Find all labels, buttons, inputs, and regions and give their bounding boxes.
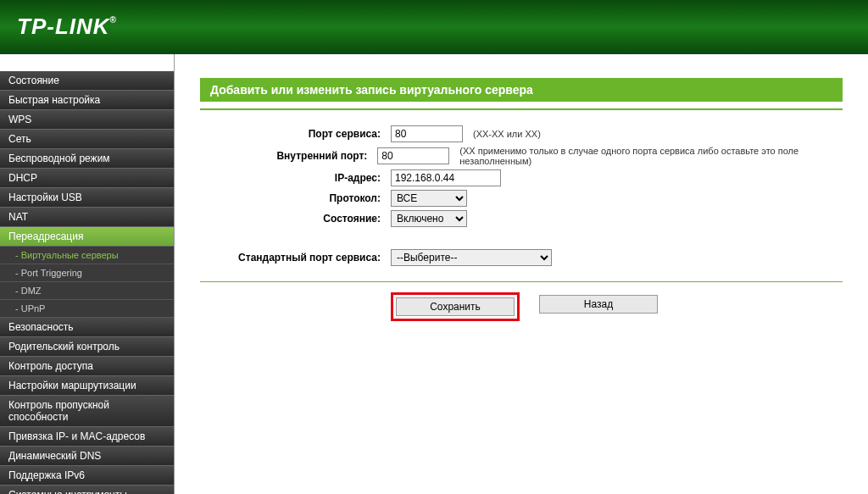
divider-bottom — [200, 281, 843, 282]
back-button-wrap: Назад — [537, 292, 660, 321]
sidebar-sub-dmz[interactable]: - DMZ — [0, 282, 174, 300]
sidebar-item-forwarding[interactable]: Переадресация — [0, 227, 174, 247]
sidebar-item-security[interactable]: Безопасность — [0, 318, 174, 337]
input-internal-port[interactable] — [377, 147, 449, 164]
input-ip-address[interactable] — [391, 169, 501, 186]
page-title: Добавить или изменить запись виртуальног… — [200, 78, 843, 102]
sidebar-item-usb[interactable]: Настройки USB — [0, 188, 174, 208]
help-service-port: (XX-XX или XX) — [473, 129, 541, 139]
row-ip-address: IP-адрес: — [200, 169, 843, 186]
sidebar-nav: Состояние Быстрая настройка WPS Сеть Бес… — [0, 54, 175, 494]
sidebar-item-dhcp[interactable]: DHCP — [0, 169, 174, 188]
sidebar-item-quick-setup[interactable]: Быстрая настройка — [0, 91, 174, 110]
label-protocol: Протокол: — [200, 192, 391, 204]
label-std-port: Стандартный порт сервиса: — [200, 252, 391, 264]
label-ip-address: IP-адрес: — [200, 172, 391, 184]
input-service-port[interactable] — [391, 125, 463, 142]
sidebar-item-wps[interactable]: WPS — [0, 110, 174, 130]
divider-top — [200, 108, 843, 110]
back-button[interactable]: Назад — [539, 295, 658, 314]
sidebar-item-access-control[interactable]: Контроль доступа — [0, 357, 174, 376]
select-state[interactable]: Включено — [391, 210, 467, 227]
save-button[interactable]: Сохранить — [396, 297, 515, 316]
row-std-port: Стандартный порт сервиса: --Выберите-- — [200, 249, 843, 266]
sidebar-item-wireless[interactable]: Беспроводной режим — [0, 149, 174, 169]
row-internal-port: Внутренний порт: (XX применимо только в … — [200, 146, 843, 166]
brand-text: TP-LINK — [17, 14, 110, 39]
label-internal-port: Внутренний порт: — [200, 150, 377, 162]
sidebar-item-bandwidth[interactable]: Контроль пропускной способности — [0, 396, 174, 427]
select-std-port[interactable]: --Выберите-- — [391, 249, 552, 266]
sidebar-sub-virtual-servers[interactable]: - Виртуальные серверы — [0, 247, 174, 264]
label-service-port: Порт сервиса: — [200, 128, 391, 140]
sidebar-sub-port-triggering[interactable]: - Port Triggering — [0, 264, 174, 282]
app-header: TP-LINK® — [0, 0, 868, 54]
button-row: Сохранить Назад — [200, 292, 843, 321]
main-content: Добавить или изменить запись виртуальног… — [175, 54, 868, 494]
sidebar-item-routing[interactable]: Настройки маршрутизации — [0, 376, 174, 396]
sidebar-item-ip-mac-binding[interactable]: Привязка IP- и MAC-адресов — [0, 427, 174, 447]
sidebar-item-system-tools[interactable]: Системные инструменты — [0, 486, 174, 494]
sidebar-item-ipv6[interactable]: Поддержка IPv6 — [0, 466, 174, 486]
row-protocol: Протокол: ВСЕ — [200, 190, 843, 207]
sidebar-item-ddns[interactable]: Динамический DNS — [0, 447, 174, 466]
sidebar-item-status[interactable]: Состояние — [0, 71, 174, 91]
sidebar-sub-upnp[interactable]: - UPnP — [0, 300, 174, 318]
sidebar-item-network[interactable]: Сеть — [0, 130, 174, 149]
brand-logo: TP-LINK® — [17, 14, 117, 40]
label-state: Состояние: — [200, 213, 391, 225]
sidebar-item-nat[interactable]: NAT — [0, 208, 174, 227]
sidebar-item-parental[interactable]: Родительский контроль — [0, 337, 174, 357]
select-protocol[interactable]: ВСЕ — [391, 190, 467, 207]
row-state: Состояние: Включено — [200, 210, 843, 227]
row-service-port: Порт сервиса: (XX-XX или XX) — [200, 125, 843, 142]
save-button-highlight: Сохранить — [391, 292, 520, 321]
help-internal-port: (XX применимо только в случае одного пор… — [459, 146, 843, 166]
